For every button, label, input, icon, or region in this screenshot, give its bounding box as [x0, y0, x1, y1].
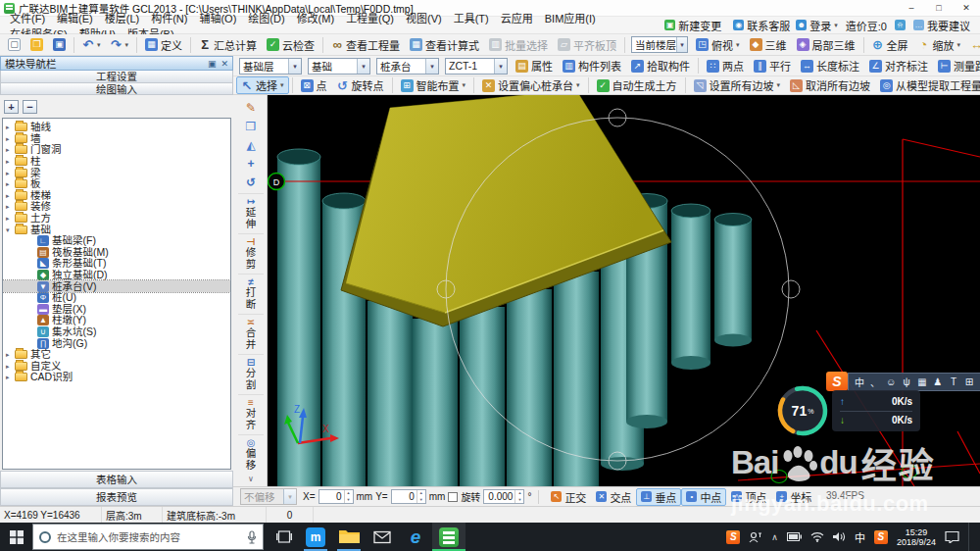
tree-item[interactable]: 自定义 [3, 360, 230, 372]
trim-tool[interactable]: ⊣ 修剪 [238, 233, 264, 270]
current-floor-combo[interactable]: 当前楼层 [631, 36, 688, 53]
menu-item[interactable]: 云应用 [495, 13, 539, 25]
tray-expand-icon[interactable]: ∧ [771, 532, 778, 542]
tree-item[interactable]: ▼ 桩承台(V) [3, 280, 230, 292]
split-tool[interactable]: ⊟ 分割 [238, 354, 264, 390]
table-input-button[interactable]: 表格输入 [0, 471, 233, 488]
wifi-icon[interactable] [810, 531, 824, 542]
toolbar-button[interactable] [292, 77, 293, 93]
eccentric-pile-cap-button[interactable]: ✕ 设置偏心桩承台 [477, 76, 585, 94]
stretch-icon[interactable]: ✎ [241, 98, 261, 117]
element-type-combo[interactable]: 桩承台 [376, 58, 439, 75]
category-combo[interactable]: 基础 [308, 58, 370, 75]
select-button[interactable]: ↖ 选择 [236, 76, 289, 94]
vertex-snap-toggle[interactable]: △ 顶点 [726, 488, 771, 506]
align-tool[interactable]: ≡ 对齐 [238, 394, 264, 430]
cloud-check-button[interactable]: ✓ 云检查 [262, 36, 319, 54]
report-preview-button[interactable]: 报表预览 [0, 488, 233, 506]
toolbar-button[interactable] [588, 77, 589, 93]
midpoint-snap-toggle[interactable]: • 中点 [681, 488, 726, 506]
y-offset-input[interactable]: 0▲▼ [391, 489, 426, 504]
speaker-icon[interactable] [833, 531, 846, 542]
cancel-slopes-button[interactable]: ◺ 取消所有边坡 [785, 76, 875, 94]
set-slopes-button[interactable]: ◹ 设置所有边坡 [689, 76, 786, 94]
tree-item[interactable]: 板 [3, 178, 230, 190]
toolbar-button[interactable] [136, 37, 137, 53]
tree-item[interactable]: 装修 [3, 201, 230, 213]
skin-icon[interactable]: T [947, 376, 960, 387]
auto-earthwork-button[interactable]: ✓ 自动生成土方 [592, 76, 682, 94]
perpendicular-snap-toggle[interactable]: ⊥ 垂点 [636, 488, 681, 506]
mirror-icon[interactable]: ◭ [241, 135, 261, 154]
intersection-snap-toggle[interactable]: ✕ 交点 [591, 488, 636, 506]
bell-icon[interactable]: ⍾ [895, 20, 906, 30]
extend-tool[interactable]: ↦ 延伸 [238, 193, 264, 229]
taskbar-app-explorer[interactable] [332, 523, 366, 551]
point-button[interactable]: ⊠ 点 [296, 76, 332, 94]
netspeed-panel[interactable]: ↑0K/s ↓0K/s [832, 390, 920, 431]
close-panel-icon[interactable]: ✕ [220, 59, 228, 69]
properties-button[interactable]: ▤ 属性 [511, 57, 558, 75]
task-view-button[interactable] [270, 523, 299, 551]
minimize-button[interactable]: – [898, 0, 925, 17]
start-button[interactable] [0, 523, 32, 551]
keyboard-icon[interactable]: ▦ [915, 376, 929, 387]
coordinate-snap-toggle[interactable]: + 坐标 [771, 488, 816, 506]
navigator-section-button[interactable]: 工程设置 [0, 71, 233, 83]
tree-item[interactable]: ∟ 基础梁(F) [3, 235, 230, 247]
navigator-section-button[interactable]: 绘图输入 [0, 83, 233, 96]
contact-support-button[interactable]: ◉ 联系客服 [727, 18, 796, 33]
tree-item[interactable]: 门窗洞 [3, 144, 230, 156]
tree-item[interactable]: 其它 [3, 349, 230, 361]
redo-button[interactable]: ↷ [106, 36, 134, 54]
toolbar-button[interactable] [322, 37, 323, 53]
tree-item[interactable]: CAD识别 [3, 372, 230, 383]
menu-item[interactable]: 文件(F) [4, 13, 51, 25]
align-dim-button[interactable]: ∠ 对齐标注 [864, 57, 933, 75]
toolbar-button[interactable] [685, 77, 686, 93]
sogou-tray-icon-2[interactable]: S [874, 530, 888, 544]
menu-item[interactable]: BIM应用(I) [539, 13, 602, 25]
ime-toolbar[interactable]: S 中、☺ψ▦♟T⊞ [826, 372, 980, 391]
tree-item[interactable]: 轴线 [3, 122, 230, 133]
menu-item[interactable]: 工程量(Q) [340, 13, 400, 25]
angle-input[interactable]: 0.000▲▼ [483, 489, 524, 504]
netspeed-gauge[interactable]: 71% [775, 383, 830, 438]
menu-item[interactable]: 辅轴(O) [193, 13, 242, 25]
menu-item[interactable]: 构件(N) [145, 13, 193, 25]
tree-item[interactable]: 土方 [3, 213, 230, 225]
pan-button[interactable]: ↔ 平移 [965, 36, 980, 54]
x-offset-input[interactable]: 0▲▼ [318, 489, 354, 504]
offset-tool[interactable]: ◎ 偏移 [238, 434, 264, 471]
menu-item[interactable]: 楼层(L) [99, 13, 145, 25]
view-3d-button[interactable]: ◆ 三维 [745, 36, 792, 54]
tree-item[interactable]: Φ 桩(U) [3, 292, 230, 304]
toolbar-button[interactable] [624, 37, 625, 53]
tree-item[interactable]: 梁 [3, 167, 230, 178]
punctuation-icon[interactable]: 、 [868, 375, 882, 389]
3d-viewport[interactable]: D X Z S 中、☺ψ▦♟T⊞ [268, 95, 980, 486]
toolbar-button[interactable] [473, 77, 474, 93]
offset-combo[interactable]: 不偏移 [240, 488, 297, 505]
person-icon[interactable]: ♟ [931, 376, 945, 387]
summary-calc-button[interactable]: Σ 汇总计算 [194, 36, 262, 54]
sogou-tray-icon[interactable]: S [726, 530, 740, 544]
login-button[interactable]: ☻ 登录 [796, 18, 838, 33]
undo-button[interactable]: ↶ [77, 36, 106, 54]
save-button[interactable]: ▣ [48, 36, 71, 54]
show-desktop-button[interactable] [968, 523, 972, 551]
close-button[interactable]: ✕ [953, 0, 980, 17]
menu-item[interactable]: 修改(M) [291, 13, 341, 25]
tree-item[interactable]: ▲ 柱墩(Y) [3, 315, 230, 326]
view-quantities-button[interactable]: ∞ 查看工程量 [326, 36, 405, 54]
taskbar-clock[interactable]: 15:292018/9/24 [897, 527, 936, 547]
people-icon[interactable] [749, 531, 762, 543]
tree-item[interactable]: 基础 [3, 224, 230, 235]
extract-quantities-button[interactable]: ◎ 从模型提取工程量 [875, 76, 980, 94]
copy-icon[interactable]: ❒ [241, 117, 261, 135]
define-button[interactable]: ▦ 定义 [140, 36, 187, 54]
suggest-button[interactable]: … 我要建议 [913, 18, 970, 33]
toolbar-button[interactable] [863, 37, 864, 53]
rotate-checkbox[interactable] [448, 492, 458, 502]
zoom-button[interactable]: ◔ 缩放 [913, 36, 966, 54]
